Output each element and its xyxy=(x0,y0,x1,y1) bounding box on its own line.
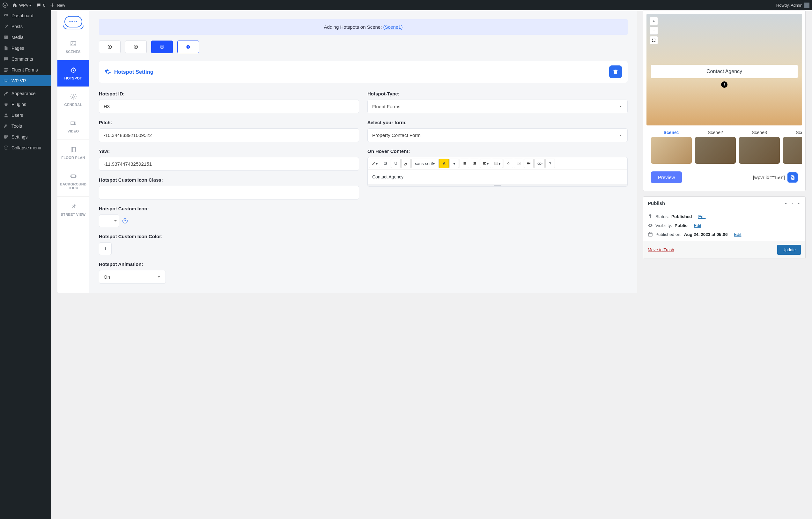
wp-menu-pages[interactable]: Pages xyxy=(0,43,51,54)
animation-select[interactable]: On xyxy=(99,270,166,284)
scene-thumb-1[interactable]: Scene1 xyxy=(651,130,692,164)
pitch-input[interactable] xyxy=(99,128,359,142)
svg-point-4 xyxy=(72,43,73,44)
wpvr-side-tabs: WP VR SCENESHOTSPOTGENERALVIDEOFLOOR PLA… xyxy=(57,10,89,293)
chevron-up-icon[interactable] xyxy=(784,201,788,206)
rte-magic-button[interactable]: ▾ xyxy=(369,159,380,168)
svg-rect-20 xyxy=(495,162,498,165)
wp-admin-menu: DashboardPostsMediaPagesCommentsFluent F… xyxy=(0,10,51,519)
icon-class-input[interactable] xyxy=(99,186,359,199)
rte-eraser-button[interactable] xyxy=(401,159,411,168)
pitch-label: Pitch: xyxy=(99,120,359,125)
hotspot-type-select[interactable]: Fluent Forms xyxy=(368,100,628,113)
svg-text:3: 3 xyxy=(473,164,474,165)
move-to-trash-link[interactable]: Move to Trash xyxy=(648,247,674,252)
rte-resize-handle[interactable] xyxy=(368,184,627,186)
rte-highlight-picker[interactable]: ▾ xyxy=(450,159,459,168)
banner-scene-link[interactable]: (Scene1) xyxy=(383,24,403,30)
wpvr-tab-background-tour[interactable]: BACKGROUND TOUR xyxy=(57,166,89,197)
fullscreen-button[interactable] xyxy=(650,36,658,44)
key-icon xyxy=(648,214,653,219)
wp-menu-posts[interactable]: Posts xyxy=(0,21,51,32)
rte-font-select[interactable]: sans-serif ▾ xyxy=(411,159,438,168)
wp-menu-dashboard[interactable]: Dashboard xyxy=(0,10,51,21)
hotspot-setting-header: Hotspot Setting xyxy=(99,61,628,83)
edit-visibility-link[interactable]: Edit xyxy=(694,223,701,228)
wpvr-tab-scenes[interactable]: SCENES xyxy=(57,34,89,60)
icon-color-input[interactable]: I xyxy=(99,242,112,255)
rte-ol-button[interactable]: 123 xyxy=(470,159,480,168)
select-form-select[interactable]: Property Contact Form xyxy=(368,128,628,142)
wpvr-tab-general[interactable]: GENERAL xyxy=(57,87,89,113)
wpvr-tab-floor-plan[interactable]: FLOOR PLAN xyxy=(57,140,89,166)
chevron-down-icon xyxy=(618,133,623,138)
hotspot-tab-1[interactable] xyxy=(99,40,121,53)
hotspot-tab-2[interactable] xyxy=(125,40,147,53)
help-icon[interactable]: ? xyxy=(122,218,127,223)
caret-up-icon[interactable] xyxy=(796,201,801,206)
howdy-user[interactable]: Howdy, Admin xyxy=(776,3,809,8)
site-home[interactable]: WPVR xyxy=(12,3,32,8)
wp-menu-plugins[interactable]: Plugins xyxy=(0,99,51,110)
wpvr-tab-video[interactable]: VIDEO xyxy=(57,113,89,140)
yaw-input[interactable] xyxy=(99,157,359,171)
delete-hotspot-button[interactable] xyxy=(609,65,622,78)
rte-bold-button[interactable]: B xyxy=(381,159,390,168)
hotspot-id-input[interactable] xyxy=(99,100,359,113)
rte-align-button[interactable]: ▾ xyxy=(480,159,491,168)
svg-point-15 xyxy=(162,46,163,48)
chevron-down-icon[interactable] xyxy=(790,201,794,206)
zoom-in-button[interactable]: + xyxy=(650,17,658,25)
svg-point-22 xyxy=(518,163,518,163)
hotspot-tabs xyxy=(99,40,628,53)
fullscreen-icon xyxy=(651,38,656,43)
wp-menu-collapse-menu[interactable]: Collapse menu xyxy=(0,142,51,153)
info-hotspot-icon[interactable]: i xyxy=(721,81,727,88)
select-form-label: Select your form: xyxy=(368,120,628,125)
wp-menu-appearance[interactable]: Appearance xyxy=(0,88,51,99)
hotspot-tab-3[interactable] xyxy=(151,40,173,53)
scene-thumb-4[interactable]: Scene4 xyxy=(783,130,802,164)
panorama-preview[interactable]: + − Contact Agency i xyxy=(646,14,802,126)
wp-menu-tools[interactable]: Tools xyxy=(0,121,51,132)
rte-link-button[interactable] xyxy=(503,159,513,168)
comments-count[interactable]: 0 xyxy=(36,3,45,8)
rte-help-button[interactable]: ? xyxy=(545,159,555,168)
wp-logo[interactable] xyxy=(3,3,8,8)
scene-thumb-3[interactable]: Scene3 xyxy=(739,130,780,164)
rte-image-button[interactable] xyxy=(514,159,523,168)
wp-menu-users[interactable]: Users xyxy=(0,110,51,121)
wp-menu-media[interactable]: Media xyxy=(0,32,51,43)
rte-highlight-button[interactable]: A xyxy=(439,159,449,168)
rte-content-area[interactable]: Contact Agency xyxy=(368,170,627,184)
wp-menu-comments[interactable]: Comments xyxy=(0,54,51,64)
rte-video-button[interactable] xyxy=(524,159,533,168)
svg-rect-8 xyxy=(71,122,74,125)
wpvr-tab-street-view[interactable]: STREET VIEW xyxy=(57,197,89,223)
rte-underline-button[interactable]: U xyxy=(391,159,401,168)
update-button[interactable]: Update xyxy=(777,245,801,255)
svg-point-6 xyxy=(72,70,74,71)
banner-text: Adding Hotspots on Scene: xyxy=(324,24,383,30)
custom-icon-picker[interactable] xyxy=(99,215,119,227)
rte-code-button[interactable]: </> xyxy=(534,159,545,168)
gear-icon xyxy=(105,69,111,75)
scene-thumb-2[interactable]: Scene2 xyxy=(695,130,736,164)
wp-menu-wp-vr[interactable]: WP VR xyxy=(0,75,51,86)
preview-tooltip: Contact Agency xyxy=(651,65,798,78)
edit-date-link[interactable]: Edit xyxy=(734,232,741,237)
copy-shortcode-button[interactable] xyxy=(787,172,798,183)
published-on-row: Published on: Aug 24, 2023 at 05:06 Edit xyxy=(648,232,801,237)
preview-panel: + − Contact Agency i Scene1Scene2Scene3S… xyxy=(643,10,806,191)
rte-table-button[interactable]: ▾ xyxy=(492,159,503,168)
wp-menu-settings[interactable]: Settings xyxy=(0,132,51,142)
zoom-out-button[interactable]: − xyxy=(650,27,658,35)
hotspot-tab-add[interactable] xyxy=(177,40,199,53)
edit-status-link[interactable]: Edit xyxy=(698,214,705,219)
preview-button[interactable]: Preview xyxy=(651,171,682,183)
new-content[interactable]: New xyxy=(50,3,65,8)
wpvr-tab-hotspot[interactable]: HOTSPOT xyxy=(57,60,89,87)
wp-menu-fluent-forms[interactable]: Fluent Forms xyxy=(0,64,51,75)
rte-ul-button[interactable] xyxy=(460,159,469,168)
chevron-down-icon xyxy=(618,104,623,109)
